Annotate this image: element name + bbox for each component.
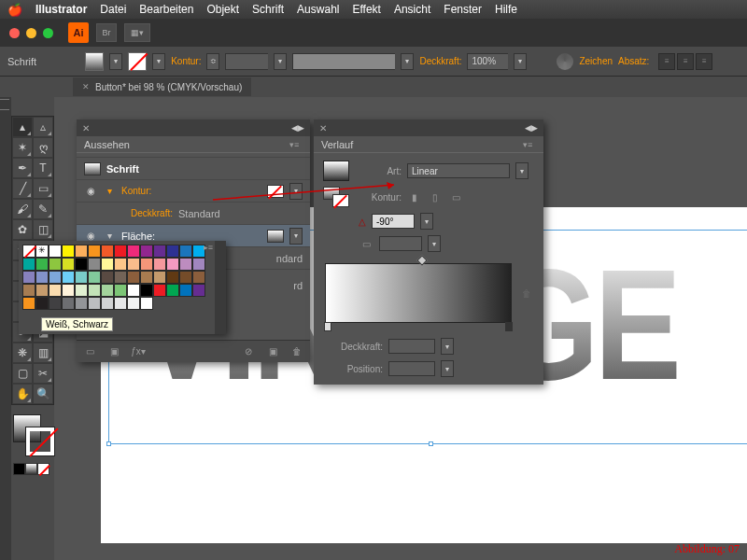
swatch-cell[interactable] <box>166 271 179 284</box>
gradient-midpoint[interactable] <box>416 255 427 265</box>
expand-icon[interactable]: ▾ <box>103 186 116 196</box>
rectangle-tool[interactable]: ▭ <box>33 178 53 199</box>
swatch-cell[interactable] <box>49 258 62 271</box>
blob-tool[interactable]: ✿ <box>12 219 33 240</box>
aspect-input[interactable] <box>379 236 422 251</box>
swatch-cell[interactable] <box>35 258 49 271</box>
swatch-cell[interactable] <box>75 258 88 271</box>
align-center-button[interactable]: ≡ <box>677 53 694 70</box>
direct-selection-tool[interactable]: ▵ <box>33 117 53 137</box>
swatch-cell[interactable] <box>22 245 35 258</box>
swatch-cell[interactable] <box>62 258 75 271</box>
collapse-arrows-icon[interactable]: ◀▶ <box>525 123 538 133</box>
new-item-button[interactable]: ▣ <box>265 345 280 358</box>
swatch-cell[interactable] <box>179 258 192 271</box>
kontur-row-swatch[interactable] <box>267 185 284 198</box>
gradient-stop-white[interactable] <box>324 322 331 331</box>
panel-menu-icon[interactable]: ▾≡ <box>523 140 536 149</box>
stop-position-input[interactable] <box>388 361 435 376</box>
pen-tool[interactable]: ✒ <box>12 158 33 178</box>
swatch-cell[interactable] <box>49 245 62 258</box>
trash-icon[interactable]: 🗑 <box>519 287 534 300</box>
swatch-cell[interactable] <box>153 258 166 271</box>
align-right-button[interactable]: ≡ <box>696 53 712 70</box>
stroke-grad-mode1[interactable]: ▮ <box>407 190 422 203</box>
swatch-cell[interactable] <box>22 258 35 271</box>
swatch-cell[interactable] <box>88 258 101 271</box>
swatch-cell[interactable] <box>35 297 49 310</box>
swatch-cell[interactable] <box>22 297 35 310</box>
fill-swatch[interactable] <box>85 52 104 71</box>
aspect-dd[interactable]: ▾ <box>428 235 441 252</box>
swatch-cell[interactable] <box>127 245 140 258</box>
line-tool[interactable]: ╱ <box>12 178 33 199</box>
dup-button[interactable]: ▣ <box>106 345 121 358</box>
swatch-cell[interactable] <box>127 284 140 297</box>
align-left-button[interactable]: ≡ <box>658 53 675 70</box>
zoom-window-button[interactable] <box>43 28 53 38</box>
menu-fenster[interactable]: Fenster <box>444 3 482 16</box>
deckkraft-row-label[interactable]: Deckkraft: <box>131 208 173 218</box>
swatch-cell[interactable] <box>153 245 166 258</box>
menu-auswahl[interactable]: Auswahl <box>297 3 339 16</box>
swatch-cell[interactable] <box>49 284 62 297</box>
swatch-cell[interactable] <box>114 258 127 271</box>
kontur-row-label[interactable]: Kontur: <box>121 186 151 196</box>
swatch-cell[interactable] <box>88 245 101 258</box>
selection-tool[interactable]: ▴ <box>12 117 33 137</box>
kontur-row-dd[interactable]: ▾ <box>289 183 303 200</box>
gradient-panel-header[interactable]: ✕ ◀▶ <box>314 119 543 136</box>
symbol-sprayer-tool[interactable]: ❋ <box>12 343 33 363</box>
close-icon[interactable]: ✕ <box>319 123 327 133</box>
gradient-angle-input[interactable]: -90° <box>372 214 415 229</box>
swatch-cell[interactable] <box>140 271 153 284</box>
swatch-cell[interactable] <box>140 297 153 310</box>
swatch-cell[interactable] <box>140 258 153 271</box>
zoom-tool[interactable]: 🔍 <box>33 384 53 404</box>
kontur-value[interactable] <box>225 53 268 70</box>
swatch-cell[interactable] <box>62 297 75 310</box>
panel-menu-icon[interactable]: ▾≡ <box>289 140 303 149</box>
swatch-scrollbar[interactable] <box>215 241 226 334</box>
stop-position-dd[interactable]: ▾ <box>441 360 454 377</box>
swatch-cell[interactable] <box>101 297 114 310</box>
swatch-cell[interactable] <box>75 297 88 310</box>
eraser-tool[interactable]: ◫ <box>33 219 53 240</box>
deckkraft-value[interactable]: 100% <box>467 53 508 70</box>
swatch-cell[interactable] <box>127 271 140 284</box>
appearance-panel-header[interactable]: ✕ ◀▶ <box>77 119 310 136</box>
swatch-cell[interactable] <box>114 271 127 284</box>
visibility-icon[interactable]: ◉ <box>84 231 97 241</box>
swatch-cell[interactable] <box>88 271 101 284</box>
flaeche-row-dd[interactable]: ▾ <box>289 228 303 245</box>
swatch-cell[interactable] <box>75 271 88 284</box>
gradient-type-dd[interactable]: ▾ <box>515 162 529 179</box>
minimize-window-button[interactable] <box>26 28 36 38</box>
fill-stroke-indicator[interactable] <box>13 414 52 454</box>
stroke-profile[interactable] <box>292 53 395 70</box>
color-solid-mode[interactable] <box>13 463 25 475</box>
clear-button[interactable]: ⊘ <box>241 345 256 358</box>
swatch-cell[interactable] <box>140 284 153 297</box>
magic-wand-tool[interactable]: ✶ <box>12 137 33 158</box>
color-gradient-mode[interactable] <box>25 463 37 475</box>
swatch-cell[interactable] <box>35 271 49 284</box>
swatch-cell[interactable] <box>179 271 192 284</box>
appearance-row-deckkraft1[interactable]: Deckkraft: Standard <box>77 202 310 224</box>
kontur-label[interactable]: Kontur: <box>171 56 201 66</box>
kontur-dd[interactable]: ▾ <box>274 53 287 70</box>
stroke-profile-dd[interactable]: ▾ <box>401 53 414 70</box>
apple-icon[interactable]: 🍎 <box>7 3 22 17</box>
swatch-cell[interactable] <box>153 271 166 284</box>
document-tab[interactable]: ✕ Button* bei 98 % (CMYK/Vorschau) <box>73 77 251 96</box>
graph-tool[interactable]: ▥ <box>33 343 53 363</box>
gradient-tab[interactable]: Verlauf ▾≡ <box>314 136 543 153</box>
gradient-stop-black[interactable] <box>505 322 513 331</box>
gradient-type-select[interactable]: Linear <box>407 163 510 178</box>
swatch-cell[interactable] <box>62 284 75 297</box>
gradient-fill-stroke-toggle[interactable] <box>323 187 349 207</box>
swatch-cell[interactable] <box>127 258 140 271</box>
swatch-cell[interactable] <box>192 271 205 284</box>
swatch-cell[interactable] <box>114 297 127 310</box>
menu-effekt[interactable]: Effekt <box>352 3 380 16</box>
